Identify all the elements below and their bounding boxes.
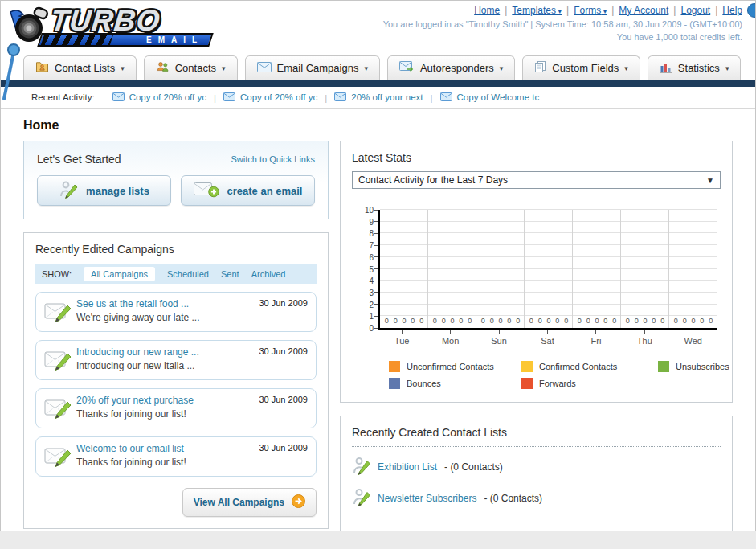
view-all-campaigns-label: View All Campaigns — [194, 497, 284, 508]
tab-statistics[interactable]: Statistics▾ — [648, 55, 742, 80]
chevron-down-icon: ▾ — [624, 64, 628, 72]
tab-autoresponders[interactable]: Autoresponders▾ — [387, 55, 515, 80]
campaign-texts: Introducing our new range ...Introducing… — [76, 346, 252, 371]
data-label: 0 — [660, 317, 664, 325]
contact-lists-items: Exhibition List- (0 Contacts)Newsletter … — [352, 456, 721, 510]
contact-list-link[interactable]: Newsletter Subscribers — [378, 493, 476, 504]
app-window: TURBO EMAIL Home|Templates ▾|Forms ▾|My … — [0, 0, 756, 531]
help-bubble-icon[interactable] — [747, 3, 756, 18]
stats-period-select[interactable]: Contact Activity for the Last 7 Days ▼ — [352, 171, 721, 189]
bar-chart-icon — [660, 61, 672, 76]
recent-activity-link[interactable]: Copy of 20% off yc — [112, 92, 206, 103]
chevron-down-icon: ▾ — [725, 64, 729, 72]
legend-item: Bounces — [389, 378, 521, 389]
campaign-title-link[interactable]: Introducing our new range ... — [76, 346, 252, 358]
recent-activity-items: Copy of 20% off yc|Copy of 20% off yc|20… — [112, 92, 540, 103]
recent-campaigns-title: Recently Edited Campaigns — [35, 243, 317, 256]
stats-period-value: Contact Activity for the Last 7 Days — [358, 174, 508, 186]
zero-value-labels: 00000 — [621, 317, 669, 325]
campaign-title-link[interactable]: See us at the retail food ... — [76, 298, 252, 309]
filter-archived[interactable]: Archived — [251, 269, 286, 279]
data-label: 0 — [546, 317, 550, 325]
contact-list-link[interactable]: Exhibition List — [378, 461, 437, 473]
switch-quick-links[interactable]: Switch to Quick Links — [231, 154, 315, 164]
see-all-contact-lists-button[interactable]: See All Contact Lists — [582, 531, 721, 531]
chevron-down-icon: ▾ — [556, 7, 562, 15]
legend-swatch — [658, 361, 669, 372]
data-label: 0 — [595, 317, 599, 325]
contact-list-count: - (0 Contacts) — [444, 461, 503, 473]
view-all-campaigns-button[interactable]: View All Campaigns — [182, 488, 317, 517]
top-nav-templates[interactable]: Templates ▾ — [512, 5, 562, 16]
campaign-texts: 20% off your next purchaseThanks for joi… — [76, 395, 252, 420]
zero-value-labels: 00000 — [380, 317, 428, 325]
x-axis-day-label: Wed — [669, 330, 717, 346]
data-label: 0 — [635, 317, 639, 325]
tab-label: Contacts — [175, 62, 216, 74]
data-label: 0 — [490, 317, 494, 325]
tab-contact-lists[interactable]: Contact Lists▾ — [23, 55, 137, 80]
recent-activity-link[interactable]: Copy of 20% off yc — [223, 92, 317, 103]
tab-email-campaigns[interactable]: Email Campaigns▾ — [245, 55, 380, 80]
tab-contacts[interactable]: Contacts▾ — [144, 55, 238, 80]
logo[interactable]: TURBO EMAIL — [9, 4, 226, 49]
filter-sent[interactable]: Sent — [221, 269, 239, 279]
filter-all-campaigns[interactable]: All Campaigns — [84, 267, 155, 281]
contact-activity-chart: 0123456789100000000000000000000000000000… — [357, 210, 717, 389]
get-started-title: Let's Get Started — [37, 153, 121, 166]
top-nav-my-account[interactable]: My Account — [619, 5, 668, 16]
envelope-pencil-icon — [44, 396, 76, 422]
y-axis-tick-label: 10 — [365, 206, 374, 215]
main-nav-tabs: Contact Lists▾Contacts▾Email Campaigns▾A… — [1, 55, 755, 80]
top-nav-help[interactable]: Help — [722, 5, 742, 16]
manage-lists-button[interactable]: manage lists — [37, 175, 171, 206]
tab-label: Statistics — [678, 62, 720, 74]
show-label: SHOW: — [42, 269, 72, 279]
contact-list-count: - (0 Contacts) — [484, 493, 542, 504]
filter-scheduled[interactable]: Scheduled — [167, 269, 209, 279]
right-column: Latest Stats Contact Activity for the La… — [340, 141, 733, 531]
campaign-date: 30 Jun 2009 — [259, 395, 308, 404]
latest-stats-panel: Latest Stats Contact Activity for the La… — [340, 141, 733, 403]
create-email-button[interactable]: create an email — [181, 175, 315, 206]
chevron-down-icon: ▼ — [706, 176, 714, 185]
data-label: 0 — [643, 317, 647, 325]
data-label: 0 — [394, 317, 398, 325]
data-label: 0 — [564, 317, 568, 325]
activity-text: Copy of Welcome tc — [457, 92, 540, 102]
envelope-icon — [257, 62, 272, 75]
campaign-title-link[interactable]: 20% off your next purchase — [76, 395, 252, 406]
main-content: Home Let's Get Started Switch to Quick L… — [1, 109, 755, 531]
tab-label: Custom Fields — [552, 62, 619, 74]
envelope-pencil-icon — [44, 348, 76, 374]
tab-label: Email Campaigns — [277, 62, 359, 74]
top-nav-logout[interactable]: Logout — [680, 5, 710, 16]
campaign-filter-bar: SHOW: All CampaignsScheduledSentArchived — [35, 264, 317, 284]
header: TURBO EMAIL Home|Templates ▾|Forms ▾|My … — [1, 1, 755, 55]
legend-label: Unconfirmed Contacts — [407, 362, 494, 371]
legend-label: Unsubscribes — [676, 362, 729, 371]
data-label: 0 — [683, 317, 687, 325]
campaign-title-link[interactable]: Welcome to our email list — [76, 443, 252, 454]
zero-value-labels: 00000 — [428, 317, 476, 325]
chart-x-axis-labels: TueMonSunSatFriThuWed — [378, 330, 717, 348]
data-label: 0 — [626, 317, 630, 325]
tab-custom-fields[interactable]: Custom Fields▾ — [522, 55, 640, 80]
x-axis-day-label: Fri — [572, 330, 620, 346]
nav-separator: | — [566, 5, 569, 16]
chevron-down-icon: ▾ — [601, 7, 607, 15]
data-label: 0 — [538, 317, 542, 325]
person-pencil-icon — [59, 180, 78, 202]
get-started-panel: Let's Get Started Switch to Quick Links — [23, 141, 329, 219]
recent-activity-link[interactable]: 20% off your next — [334, 92, 423, 103]
data-label: 0 — [603, 317, 607, 325]
x-axis-day-label: Sat — [523, 330, 571, 346]
top-nav-forms[interactable]: Forms ▾ — [574, 5, 607, 16]
data-label: 0 — [529, 317, 533, 325]
data-label: 0 — [411, 317, 415, 325]
top-nav-home[interactable]: Home — [474, 5, 500, 16]
data-label: 0 — [674, 317, 678, 325]
data-label: 0 — [586, 317, 590, 325]
recent-activity-link[interactable]: Copy of Welcome tc — [440, 92, 540, 103]
small-envelope-icon — [334, 92, 346, 103]
